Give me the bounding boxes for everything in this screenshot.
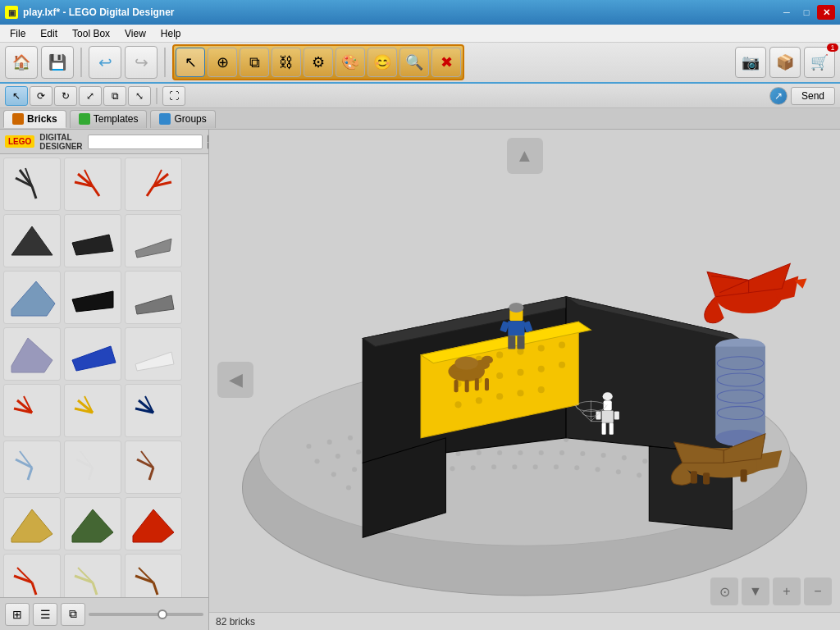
bricks-tab-icon bbox=[12, 113, 24, 125]
dd-text: DIGITAL DESIGNER bbox=[39, 133, 82, 151]
canvas-area: ▲ ◀ bbox=[209, 130, 840, 630]
brick-item[interactable] bbox=[3, 497, 61, 550]
rotate-mode-button[interactable]: ↻ bbox=[54, 86, 77, 106]
select-tool-button[interactable]: ↖ bbox=[176, 48, 205, 77]
maximize-button[interactable]: □ bbox=[797, 5, 815, 20]
svg-line-38 bbox=[149, 468, 153, 480]
brick-item[interactable] bbox=[64, 214, 121, 267]
zoom-tool-button[interactable]: 🔍 bbox=[399, 48, 429, 77]
panel-bottom: ⊞ ☰ ⧉ bbox=[0, 597, 208, 630]
minimize-button[interactable]: ─ bbox=[778, 5, 796, 20]
hinge-tool-button[interactable]: ⚙ bbox=[304, 48, 333, 77]
brick-item[interactable] bbox=[64, 158, 121, 211]
zoom-knob[interactable] bbox=[158, 609, 167, 619]
pan-button[interactable]: ▼ bbox=[742, 578, 769, 605]
bricks-row-2 bbox=[3, 214, 205, 267]
groups-tab-icon bbox=[159, 113, 171, 125]
svg-point-134 bbox=[616, 469, 621, 474]
menu-help[interactable]: Help bbox=[154, 26, 188, 41]
flex-mode-button[interactable]: ⤡ bbox=[128, 86, 151, 106]
grid-view-button[interactable]: ⊞ bbox=[5, 603, 30, 626]
bricks-tab[interactable]: Bricks bbox=[3, 110, 66, 128]
svg-point-117 bbox=[642, 459, 647, 463]
close-button[interactable]: ✕ bbox=[817, 5, 835, 20]
brick-item[interactable] bbox=[3, 384, 61, 437]
brick-item[interactable] bbox=[64, 554, 121, 597]
svg-marker-20 bbox=[135, 352, 174, 371]
zoom-out-button[interactable]: − bbox=[804, 578, 832, 605]
orbit-button[interactable]: ⊙ bbox=[710, 578, 738, 605]
add-tool-button[interactable]: ⊕ bbox=[208, 48, 237, 77]
brick-item[interactable] bbox=[3, 214, 61, 267]
svg-marker-12 bbox=[11, 226, 52, 255]
filter-button[interactable]: ⧉ bbox=[61, 603, 85, 626]
tab-bar: Bricks Templates Groups bbox=[0, 108, 840, 130]
brick-item[interactable] bbox=[3, 554, 61, 597]
buildingguide-button[interactable]: 📦 bbox=[769, 47, 801, 78]
svg-point-161 bbox=[496, 393, 503, 399]
svg-point-157 bbox=[538, 366, 545, 372]
templates-tab-icon bbox=[79, 113, 90, 125]
brick-item[interactable] bbox=[125, 554, 182, 597]
brick-item[interactable] bbox=[125, 271, 182, 324]
svg-point-126 bbox=[450, 466, 454, 471]
brick-item[interactable] bbox=[125, 441, 182, 494]
groups-tab-label: Groups bbox=[174, 113, 206, 125]
send-icon[interactable]: ↗ bbox=[769, 87, 788, 105]
brick-item[interactable] bbox=[64, 384, 121, 437]
search-input[interactable] bbox=[88, 135, 203, 149]
svg-rect-176 bbox=[517, 336, 524, 349]
menu-file[interactable]: File bbox=[3, 26, 32, 41]
brick-item[interactable] bbox=[125, 158, 182, 211]
brick-item[interactable] bbox=[125, 497, 182, 550]
groups-tab[interactable]: Groups bbox=[150, 110, 215, 128]
brick-item[interactable] bbox=[3, 271, 61, 324]
nudge-mode-button[interactable]: ⤢ bbox=[79, 86, 102, 106]
main-layout: LEGO DIGITAL DESIGNER ◀ bbox=[0, 130, 840, 630]
menu-edit[interactable]: Edit bbox=[34, 26, 64, 41]
svg-point-131 bbox=[554, 464, 559, 469]
brick-item[interactable] bbox=[125, 214, 182, 267]
brick-item[interactable] bbox=[64, 497, 121, 550]
brick-item[interactable] bbox=[3, 441, 61, 494]
brick-item[interactable] bbox=[125, 384, 182, 437]
arrow-mode-button[interactable]: ↖ bbox=[5, 86, 28, 106]
connect-tool-button[interactable]: ⛓ bbox=[272, 48, 301, 77]
svg-point-133 bbox=[596, 467, 600, 472]
lego-header: LEGO DIGITAL DESIGNER ◀ bbox=[0, 130, 208, 154]
fullscreen-button[interactable]: ⛶ bbox=[162, 86, 185, 106]
svg-point-167 bbox=[455, 357, 478, 370]
send-button[interactable]: Send bbox=[791, 87, 835, 105]
brick-item[interactable] bbox=[64, 327, 121, 381]
svg-rect-180 bbox=[604, 400, 612, 410]
snapshot-button[interactable]: 📷 bbox=[735, 47, 766, 78]
clone-mode-button[interactable]: ⧉ bbox=[103, 86, 126, 106]
menu-view[interactable]: View bbox=[118, 26, 153, 41]
brick-item[interactable] bbox=[125, 327, 182, 381]
redo-button[interactable]: ↪ bbox=[125, 46, 158, 79]
brick-item[interactable] bbox=[3, 327, 61, 381]
brick-item[interactable] bbox=[64, 271, 121, 324]
brick-item[interactable] bbox=[64, 441, 121, 494]
templates-tab[interactable]: Templates bbox=[70, 110, 148, 128]
home-button[interactable]: 🏠 bbox=[5, 46, 38, 79]
svg-line-50 bbox=[153, 582, 158, 595]
undo-button[interactable]: ↩ bbox=[89, 46, 121, 79]
svg-point-108 bbox=[456, 451, 461, 456]
svg-point-135 bbox=[637, 472, 641, 477]
paint-tool-button[interactable]: 🎨 bbox=[336, 48, 365, 77]
zoom-in-button[interactable]: + bbox=[773, 578, 801, 605]
menu-toolbox[interactable]: Tool Box bbox=[66, 26, 116, 41]
face-tool-button[interactable]: 😊 bbox=[368, 48, 397, 77]
nav-up-button[interactable]: ▲ bbox=[507, 138, 543, 174]
bricks-row-8 bbox=[3, 554, 205, 597]
brick-item[interactable] bbox=[3, 158, 61, 211]
delete-tool-button[interactable]: ✖ bbox=[431, 48, 461, 77]
toolbar-right: 📷 📦 🛒 1 bbox=[735, 47, 835, 78]
orbit-mode-button[interactable]: ⟳ bbox=[30, 86, 52, 106]
list-view-button[interactable]: ☰ bbox=[33, 603, 57, 626]
save-button[interactable]: 💾 bbox=[41, 46, 74, 79]
zoom-slider[interactable] bbox=[89, 613, 203, 616]
nav-left-button[interactable]: ◀ bbox=[217, 362, 253, 398]
clone-tool-button[interactable]: ⧉ bbox=[240, 48, 269, 77]
